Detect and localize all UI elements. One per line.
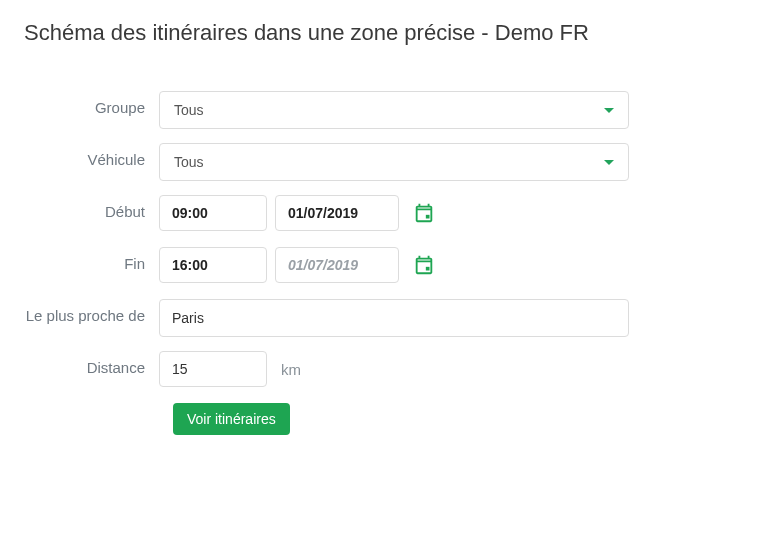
calendar-icon[interactable] (413, 254, 435, 276)
fin-time-input[interactable] (159, 247, 267, 283)
nearest-input[interactable] (159, 299, 629, 337)
distance-label: Distance (24, 351, 159, 377)
calendar-icon[interactable] (413, 202, 435, 224)
groupe-label: Groupe (24, 91, 159, 117)
distance-unit: km (275, 361, 301, 378)
groupe-selected-value: Tous (174, 102, 204, 118)
chevron-down-icon (604, 160, 614, 165)
leplusproche-label: Le plus proche de (24, 299, 159, 325)
debut-label: Début (24, 195, 159, 221)
groupe-select[interactable]: Tous (159, 91, 629, 129)
chevron-down-icon (604, 108, 614, 113)
debut-time-input[interactable] (159, 195, 267, 231)
svg-rect-0 (426, 215, 430, 219)
fin-date-input[interactable] (275, 247, 399, 283)
vehicule-label: Véhicule (24, 143, 159, 169)
fin-label: Fin (24, 247, 159, 273)
vehicule-select[interactable]: Tous (159, 143, 629, 181)
submit-button[interactable]: Voir itinéraires (173, 403, 290, 435)
debut-date-input[interactable] (275, 195, 399, 231)
page-title: Schéma des itinéraires dans une zone pré… (24, 20, 744, 46)
distance-input[interactable] (159, 351, 267, 387)
vehicule-selected-value: Tous (174, 154, 204, 170)
svg-rect-1 (426, 267, 430, 271)
criteria-form: Groupe Tous Véhicule Tous Début (24, 91, 664, 435)
